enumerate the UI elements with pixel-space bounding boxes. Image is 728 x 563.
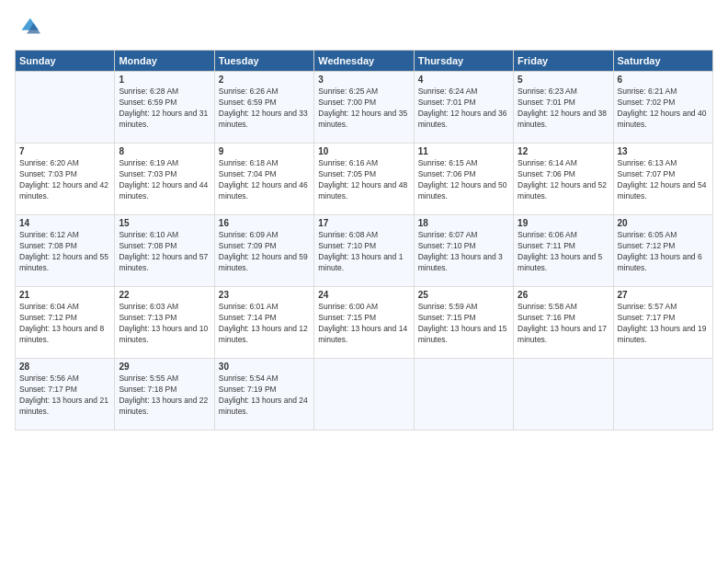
day-number: 27 [618, 290, 709, 300]
day-cell [314, 359, 414, 431]
day-info: Sunrise: 6:12 AMSunset: 7:08 PMDaylight:… [19, 230, 110, 274]
header-cell-wednesday: Wednesday [314, 51, 414, 72]
day-number: 1 [119, 75, 210, 85]
day-info: Sunrise: 5:58 AMSunset: 7:16 PMDaylight:… [518, 302, 609, 346]
header-cell-monday: Monday [115, 51, 214, 72]
day-info: Sunrise: 6:25 AMSunset: 7:00 PMDaylight:… [318, 86, 409, 131]
day-cell: 5Sunrise: 6:23 AMSunset: 7:01 PMDaylight… [514, 72, 613, 144]
header-cell-thursday: Thursday [414, 51, 513, 72]
day-number: 6 [618, 75, 709, 85]
day-cell [514, 359, 613, 431]
day-number: 19 [518, 218, 609, 228]
logo [15, 15, 44, 40]
day-cell [613, 359, 712, 431]
day-info: Sunrise: 6:18 AMSunset: 7:04 PMDaylight:… [219, 158, 310, 202]
day-number: 3 [318, 75, 409, 85]
day-number: 22 [119, 290, 210, 300]
day-cell: 10Sunrise: 6:16 AMSunset: 7:05 PMDayligh… [314, 144, 414, 215]
day-number: 17 [318, 218, 409, 228]
calendar-table: SundayMondayTuesdayWednesdayThursdayFrid… [15, 50, 713, 431]
day-info: Sunrise: 6:21 AMSunset: 7:02 PMDaylight:… [618, 86, 709, 131]
day-info: Sunrise: 6:26 AMSunset: 6:59 PMDaylight:… [219, 86, 310, 131]
day-cell: 2Sunrise: 6:26 AMSunset: 6:59 PMDaylight… [214, 72, 313, 144]
day-cell: 17Sunrise: 6:08 AMSunset: 7:10 PMDayligh… [314, 215, 414, 287]
day-number: 28 [19, 362, 110, 372]
day-info: Sunrise: 5:56 AMSunset: 7:17 PMDaylight:… [19, 373, 110, 418]
day-number: 16 [219, 218, 310, 228]
day-cell: 24Sunrise: 6:00 AMSunset: 7:15 PMDayligh… [314, 287, 414, 359]
day-cell: 19Sunrise: 6:06 AMSunset: 7:11 PMDayligh… [514, 215, 613, 287]
day-number: 18 [418, 218, 509, 228]
day-info: Sunrise: 6:10 AMSunset: 7:08 PMDaylight:… [119, 230, 210, 274]
day-cell: 25Sunrise: 5:59 AMSunset: 7:15 PMDayligh… [414, 287, 513, 359]
day-number: 21 [19, 290, 110, 300]
day-info: Sunrise: 6:23 AMSunset: 7:01 PMDaylight:… [518, 86, 609, 131]
day-cell: 18Sunrise: 6:07 AMSunset: 7:10 PMDayligh… [414, 215, 513, 287]
day-number: 10 [318, 146, 409, 156]
day-number: 20 [618, 218, 709, 228]
day-info: Sunrise: 6:03 AMSunset: 7:13 PMDaylight:… [119, 302, 210, 346]
week-row-5: 28Sunrise: 5:56 AMSunset: 7:17 PMDayligh… [16, 359, 713, 431]
day-info: Sunrise: 5:57 AMSunset: 7:17 PMDaylight:… [618, 302, 709, 346]
day-info: Sunrise: 6:24 AMSunset: 7:01 PMDaylight:… [418, 86, 509, 131]
header-row: SundayMondayTuesdayWednesdayThursdayFrid… [16, 51, 713, 72]
day-number: 11 [418, 146, 509, 156]
day-cell: 1Sunrise: 6:28 AMSunset: 6:59 PMDaylight… [115, 72, 214, 144]
header-cell-friday: Friday [514, 51, 613, 72]
header [15, 15, 713, 40]
day-cell: 27Sunrise: 5:57 AMSunset: 7:17 PMDayligh… [613, 287, 712, 359]
day-number: 29 [119, 362, 210, 372]
day-cell: 7Sunrise: 6:20 AMSunset: 7:03 PMDaylight… [16, 144, 115, 215]
header-cell-sunday: Sunday [16, 51, 115, 72]
day-info: Sunrise: 5:59 AMSunset: 7:15 PMDaylight:… [418, 302, 509, 346]
day-info: Sunrise: 6:09 AMSunset: 7:09 PMDaylight:… [219, 230, 310, 274]
day-cell: 6Sunrise: 6:21 AMSunset: 7:02 PMDaylight… [613, 72, 712, 144]
day-info: Sunrise: 6:01 AMSunset: 7:14 PMDaylight:… [219, 302, 310, 346]
day-cell: 16Sunrise: 6:09 AMSunset: 7:09 PMDayligh… [214, 215, 313, 287]
day-cell: 9Sunrise: 6:18 AMSunset: 7:04 PMDaylight… [214, 144, 313, 215]
day-info: Sunrise: 6:08 AMSunset: 7:10 PMDaylight:… [318, 230, 409, 274]
day-cell: 11Sunrise: 6:15 AMSunset: 7:06 PMDayligh… [414, 144, 513, 215]
day-cell: 29Sunrise: 5:55 AMSunset: 7:18 PMDayligh… [115, 359, 214, 431]
day-cell: 15Sunrise: 6:10 AMSunset: 7:08 PMDayligh… [115, 215, 214, 287]
day-number: 24 [318, 290, 409, 300]
day-number: 25 [418, 290, 509, 300]
page: SundayMondayTuesdayWednesdayThursdayFrid… [0, 0, 728, 563]
week-row-2: 7Sunrise: 6:20 AMSunset: 7:03 PMDaylight… [16, 144, 713, 215]
day-number: 12 [518, 146, 609, 156]
day-cell: 22Sunrise: 6:03 AMSunset: 7:13 PMDayligh… [115, 287, 214, 359]
day-cell [16, 72, 115, 144]
day-number: 2 [219, 75, 310, 85]
day-info: Sunrise: 6:19 AMSunset: 7:03 PMDaylight:… [119, 158, 210, 202]
week-row-3: 14Sunrise: 6:12 AMSunset: 7:08 PMDayligh… [16, 215, 713, 287]
day-info: Sunrise: 6:06 AMSunset: 7:11 PMDaylight:… [518, 230, 609, 274]
day-number: 7 [19, 146, 110, 156]
day-cell: 23Sunrise: 6:01 AMSunset: 7:14 PMDayligh… [214, 287, 313, 359]
week-row-4: 21Sunrise: 6:04 AMSunset: 7:12 PMDayligh… [16, 287, 713, 359]
header-cell-tuesday: Tuesday [214, 51, 313, 72]
day-info: Sunrise: 6:16 AMSunset: 7:05 PMDaylight:… [318, 158, 409, 202]
day-number: 5 [518, 75, 609, 85]
day-number: 9 [219, 146, 310, 156]
day-info: Sunrise: 6:14 AMSunset: 7:06 PMDaylight:… [518, 158, 609, 202]
day-cell [414, 359, 513, 431]
day-cell: 26Sunrise: 5:58 AMSunset: 7:16 PMDayligh… [514, 287, 613, 359]
day-info: Sunrise: 5:54 AMSunset: 7:19 PMDaylight:… [219, 373, 310, 418]
day-cell: 20Sunrise: 6:05 AMSunset: 7:12 PMDayligh… [613, 215, 712, 287]
day-info: Sunrise: 6:13 AMSunset: 7:07 PMDaylight:… [618, 158, 709, 202]
day-cell: 21Sunrise: 6:04 AMSunset: 7:12 PMDayligh… [16, 287, 115, 359]
week-row-1: 1Sunrise: 6:28 AMSunset: 6:59 PMDaylight… [16, 72, 713, 144]
day-info: Sunrise: 6:05 AMSunset: 7:12 PMDaylight:… [618, 230, 709, 274]
header-cell-saturday: Saturday [613, 51, 712, 72]
day-cell: 30Sunrise: 5:54 AMSunset: 7:19 PMDayligh… [214, 359, 313, 431]
day-number: 15 [119, 218, 210, 228]
day-number: 13 [618, 146, 709, 156]
day-info: Sunrise: 6:15 AMSunset: 7:06 PMDaylight:… [418, 158, 509, 202]
day-number: 26 [518, 290, 609, 300]
day-cell: 12Sunrise: 6:14 AMSunset: 7:06 PMDayligh… [514, 144, 613, 215]
day-cell: 8Sunrise: 6:19 AMSunset: 7:03 PMDaylight… [115, 144, 214, 215]
day-cell: 4Sunrise: 6:24 AMSunset: 7:01 PMDaylight… [414, 72, 513, 144]
day-cell: 28Sunrise: 5:56 AMSunset: 7:17 PMDayligh… [16, 359, 115, 431]
day-info: Sunrise: 5:55 AMSunset: 7:18 PMDaylight:… [119, 373, 210, 418]
day-info: Sunrise: 6:00 AMSunset: 7:15 PMDaylight:… [318, 302, 409, 346]
